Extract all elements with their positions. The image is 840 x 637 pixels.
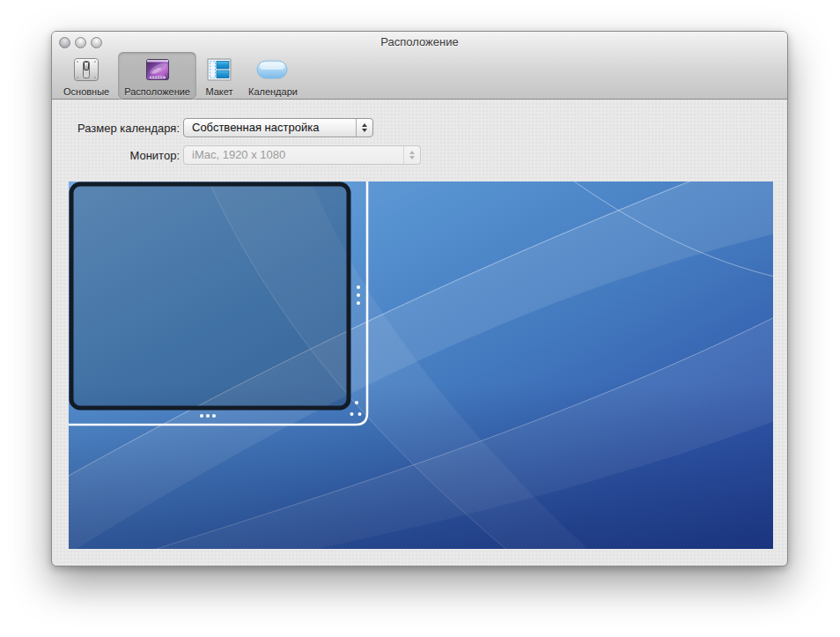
monitor-preview xyxy=(69,181,773,549)
monitor-value: iMac, 1920 x 1080 xyxy=(192,148,285,161)
zoom-button[interactable] xyxy=(91,37,102,48)
calendars-pill-icon xyxy=(255,54,291,85)
close-button[interactable] xyxy=(59,37,70,48)
tab-arrangement[interactable]: Расположение xyxy=(118,52,196,100)
tab-general-label: Основные xyxy=(63,86,109,97)
popup-arrows-icon xyxy=(356,119,372,137)
calendar-size-value: Собственная настройка xyxy=(192,121,319,134)
toolbar: Основные xyxy=(57,52,304,99)
window-title: Расположение xyxy=(52,32,787,52)
traffic-lights xyxy=(59,37,102,48)
calendar-size-label: Размер календаря: xyxy=(52,121,180,137)
tab-layout[interactable]: Макет xyxy=(199,52,239,100)
popup-arrows-icon xyxy=(403,146,420,164)
desktop-wallpaper-icon xyxy=(144,54,172,85)
tab-layout-label: Макет xyxy=(205,86,232,97)
resize-handle-right-icon[interactable] xyxy=(357,285,360,305)
preferences-window: Расположение xyxy=(51,31,788,567)
resize-handle-bottom-icon[interactable] xyxy=(200,414,216,418)
monitor-popup: iMac, 1920 x 1080 xyxy=(183,145,421,165)
calendar-window-frame[interactable] xyxy=(71,184,349,408)
layout-icon xyxy=(205,54,233,85)
titlebar-toolbar: Расположение xyxy=(52,32,787,100)
desktop-wallpaper-preview xyxy=(69,181,773,549)
tab-arrangement-label: Расположение xyxy=(124,86,190,97)
tab-general[interactable]: Основные xyxy=(57,52,115,100)
minimize-button[interactable] xyxy=(75,37,86,48)
monitor-label: Монитор: xyxy=(52,148,180,164)
preferences-switch-icon xyxy=(72,54,100,85)
calendar-size-popup[interactable]: Собственная настройка xyxy=(183,118,373,137)
tab-calendars[interactable]: Календари xyxy=(242,52,304,100)
tab-calendars-label: Календари xyxy=(248,86,298,97)
